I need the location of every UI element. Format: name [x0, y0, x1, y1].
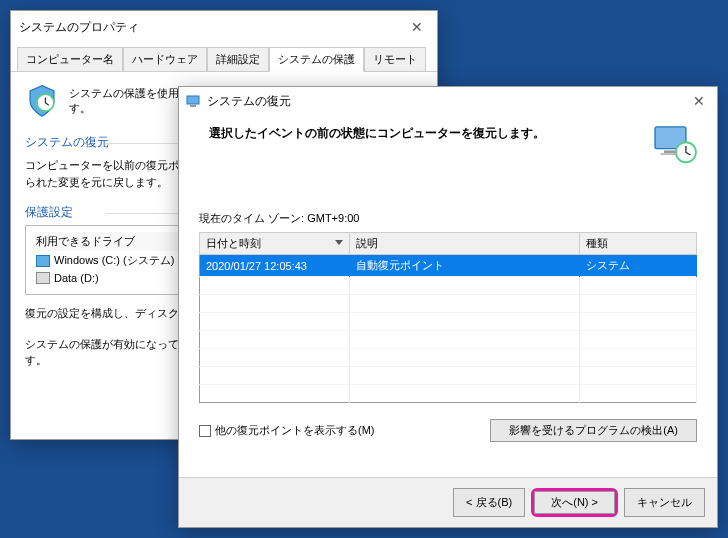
show-more-checkbox[interactable]: 他の復元ポイントを表示する(M)	[199, 423, 375, 438]
monitor-clock-icon	[653, 125, 697, 165]
tab-advanced[interactable]: 詳細設定	[207, 47, 269, 71]
restore-points-table: 日付と時刻 説明 種類 2020/01/27 12:05:43 自動復元ポイント…	[199, 232, 697, 403]
restore-icon	[185, 93, 201, 109]
next-button-highlight: 次へ(N) >	[531, 488, 618, 517]
checkbox-row: 他の復元ポイントを表示する(M) 影響を受けるプログラムの検出(A)	[199, 419, 697, 442]
svg-rect-2	[190, 105, 196, 107]
cell-date: 2020/01/27 12:05:43	[200, 255, 350, 277]
show-more-label: 他の復元ポイントを表示する(M)	[215, 423, 375, 438]
wizard-footer: < 戻る(B) 次へ(N) > キャンセル	[179, 477, 717, 527]
cell-kind: システム	[580, 255, 697, 277]
tabs: コンピューター名 ハードウェア 詳細設定 システムの保護 リモート	[11, 43, 437, 72]
scan-programs-button[interactable]: 影響を受けるプログラムの検出(A)	[490, 419, 697, 442]
restore-body: 選択したイベントの前の状態にコンピューターを復元します。	[179, 115, 717, 171]
drive-icon	[36, 255, 50, 267]
table-row	[200, 277, 697, 295]
col-kind[interactable]: 種類	[580, 233, 697, 255]
tab-system-protection[interactable]: システムの保護	[269, 47, 364, 72]
col-date[interactable]: 日付と時刻	[200, 233, 350, 255]
tab-computer-name[interactable]: コンピューター名	[17, 47, 123, 71]
table-row	[200, 313, 697, 331]
timezone-text: 現在のタイム ゾーン: GMT+9:00	[199, 211, 697, 226]
titlebar: システムのプロパティ ✕	[11, 11, 437, 43]
titlebar: システムの復元 ✕	[179, 87, 717, 115]
table-row	[200, 331, 697, 349]
window-title: システムのプロパティ	[19, 19, 139, 36]
restore-main: 現在のタイム ゾーン: GMT+9:00 日付と時刻 説明 種類 2020/01…	[179, 211, 717, 442]
table-row	[200, 385, 697, 403]
drive-icon	[36, 272, 50, 284]
restore-heading: 選択したイベントの前の状態にコンピューターを復元します。	[209, 125, 545, 142]
table-row[interactable]: 2020/01/27 12:05:43 自動復元ポイント システム	[200, 255, 697, 277]
close-icon[interactable]: ✕	[405, 17, 429, 37]
window-title: システムの復元	[207, 93, 291, 110]
next-button[interactable]: 次へ(N) >	[534, 491, 615, 514]
shield-clock-icon	[25, 84, 59, 118]
svg-rect-4	[664, 150, 677, 153]
table-row	[200, 295, 697, 313]
tab-remote[interactable]: リモート	[364, 47, 426, 71]
svg-rect-1	[187, 96, 199, 104]
back-button[interactable]: < 戻る(B)	[453, 488, 525, 517]
drive-label: Data (D:)	[54, 272, 99, 284]
system-restore-window: システムの復元 ✕ 選択したイベントの前の状態にコンピューターを復元します。 現…	[178, 86, 718, 528]
drive-label: Windows (C:) (システム)	[54, 253, 174, 268]
close-icon[interactable]: ✕	[687, 91, 711, 111]
table-row	[200, 349, 697, 367]
cell-desc: 自動復元ポイント	[350, 255, 580, 277]
checkbox-icon	[199, 425, 211, 437]
col-desc[interactable]: 説明	[350, 233, 580, 255]
table-row	[200, 367, 697, 385]
tab-hardware[interactable]: ハードウェア	[123, 47, 207, 71]
cancel-button[interactable]: キャンセル	[624, 488, 705, 517]
